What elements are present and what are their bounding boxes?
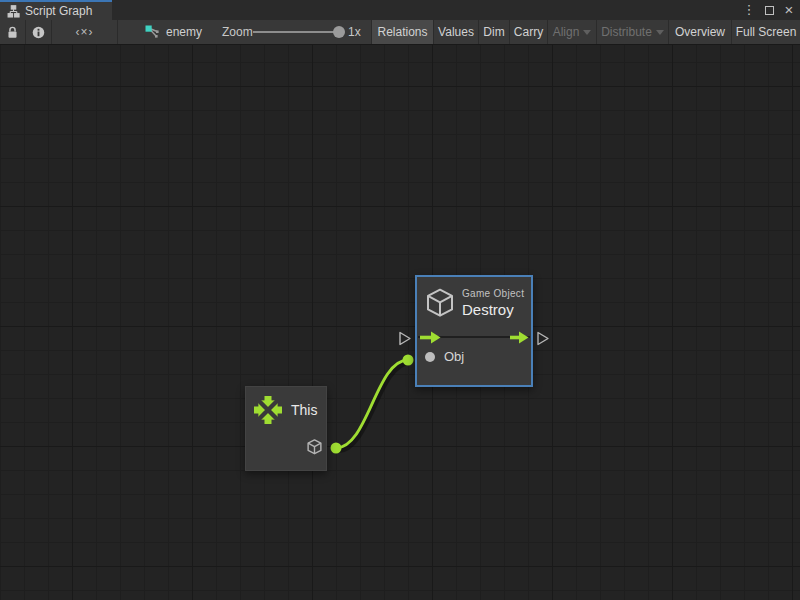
control-output-port-triangle-icon[interactable] [536,331,550,350]
tab-title: Script Graph [25,4,92,18]
info-button[interactable] [26,20,52,44]
tab-script-graph[interactable]: Script Graph [0,0,112,20]
this-converge-arrows-icon [254,396,282,424]
node-category: Game Object [462,288,524,299]
connection-layer [0,45,800,600]
button-label: Carry [514,20,543,44]
distribute-dropdown-button[interactable]: Distribute [596,20,668,44]
zoom-label: Zoom [222,20,253,44]
node-title: This [291,402,317,418]
carry-toggle-button[interactable]: Carry [509,20,547,44]
dim-toggle-button[interactable]: Dim [478,20,509,44]
node-this[interactable]: This [245,386,327,471]
dropdown-arrow-icon [656,30,664,35]
toggle-values-on-edges-button[interactable]: ‹×› [52,20,118,44]
relations-toggle-button[interactable]: Relations [371,20,433,44]
button-label: Overview [675,20,725,44]
zoom-slider[interactable] [253,31,339,33]
zoom-slider-handle[interactable] [333,26,345,38]
maximize-box [765,6,774,15]
lock-button[interactable] [0,20,26,44]
game-object-cube-icon [424,286,456,320]
connection-wire[interactable] [336,360,408,448]
graph-breadcrumb[interactable]: enemy [145,20,202,44]
values-toggle-button[interactable]: Values [433,20,478,44]
control-input-port-triangle-icon[interactable] [398,331,412,350]
obj-value-port[interactable] [425,352,435,362]
obj-port-label: Obj [444,349,464,364]
align-dropdown-button[interactable]: Align [547,20,596,44]
lock-icon [7,26,18,39]
button-label: Dim [483,20,504,44]
window-menu-icon[interactable]: ⋮ [742,3,756,17]
graph-name: enemy [166,25,202,39]
control-input-arrow-icon[interactable] [420,330,441,348]
full-screen-button[interactable]: Full Screen [731,20,800,44]
node-title: Destroy [462,301,524,318]
overview-button[interactable]: Overview [668,20,731,44]
window-maximize-icon[interactable] [762,3,776,17]
button-label: Align [553,20,580,44]
graph-toolbar: ‹×› enemy Zoom 1x Relations Values Dim C… [0,20,800,45]
node-destroy[interactable]: Game Object Destroy Obj [415,275,533,387]
tab-bar: Script Graph ⋮ × [0,0,800,20]
dropdown-arrow-icon [583,30,591,35]
script-graph-asset-icon [145,25,159,39]
info-icon [32,26,45,39]
button-label: Distribute [601,20,652,44]
button-label: Relations [377,20,427,44]
zoom-value: 1x [348,20,361,44]
graph-hierarchy-icon [7,5,20,18]
self-output-port-cube-icon[interactable] [306,438,323,460]
control-output-arrow-icon[interactable] [510,330,529,348]
window-close-icon[interactable]: × [782,3,796,17]
wire-shadow [338,363,410,451]
button-label: Full Screen [736,20,797,44]
button-label: Values [438,20,474,44]
angle-x-icon: ‹×› [76,20,94,44]
graph-canvas[interactable]: Game Object Destroy Obj [0,45,800,600]
